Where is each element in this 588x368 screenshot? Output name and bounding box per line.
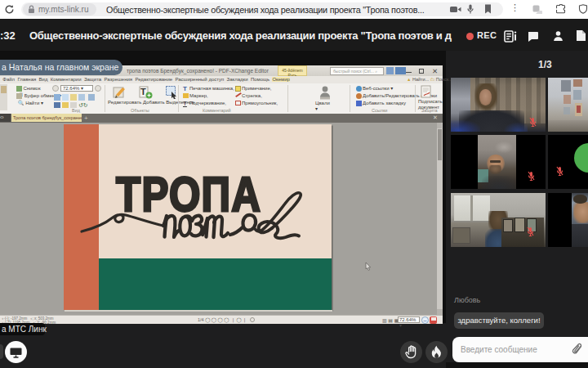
svg-text:T: T (140, 87, 146, 96)
